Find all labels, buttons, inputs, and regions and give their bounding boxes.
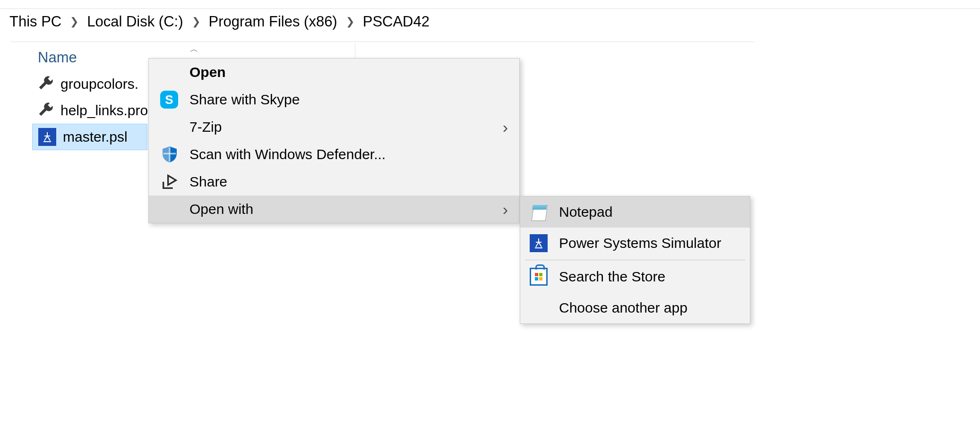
defender-shield-icon bbox=[160, 145, 183, 164]
file-name: help_links.pro bbox=[60, 102, 148, 119]
sort-ascending-icon[interactable]: ︿ bbox=[190, 43, 198, 55]
breadcrumb-item[interactable]: This PC bbox=[9, 13, 61, 30]
store-icon bbox=[530, 268, 552, 286]
submenu-label: Notepad bbox=[559, 204, 612, 220]
wrench-icon bbox=[38, 101, 54, 120]
menu-open-with[interactable]: Open with › bbox=[149, 195, 519, 223]
menu-label: Scan with Windows Defender... bbox=[189, 146, 386, 162]
header-divider bbox=[10, 42, 754, 42]
menu-label: Share bbox=[189, 174, 227, 190]
submenu-power-systems-simulator[interactable]: Power Systems Simulator bbox=[520, 228, 750, 259]
submenu-label: Power Systems Simulator bbox=[559, 235, 721, 251]
wrench-icon bbox=[38, 75, 54, 94]
psl-file-icon bbox=[38, 128, 56, 146]
breadcrumb-item[interactable]: Program Files (x86) bbox=[209, 13, 337, 30]
psl-file-icon bbox=[530, 234, 552, 252]
context-menu: Open S Share with Skype 7-Zip › Scan wit… bbox=[148, 58, 520, 223]
menu-label: Share with Skype bbox=[189, 92, 300, 108]
skype-icon: S bbox=[160, 91, 183, 109]
submenu-notepad[interactable]: Notepad bbox=[520, 196, 750, 228]
menu-share[interactable]: Share bbox=[149, 168, 519, 195]
menu-label: 7-Zip bbox=[189, 119, 222, 135]
menu-7zip[interactable]: 7-Zip › bbox=[149, 113, 519, 141]
open-with-submenu: Notepad Power Systems Simulator Search t… bbox=[520, 196, 750, 324]
chevron-right-icon[interactable]: ❯ bbox=[192, 16, 200, 28]
chevron-right-icon[interactable]: ❯ bbox=[70, 16, 78, 28]
chevron-right-icon[interactable]: ❯ bbox=[346, 16, 354, 28]
submenu-choose-another-app[interactable]: Choose another app bbox=[520, 292, 750, 323]
menu-defender[interactable]: Scan with Windows Defender... bbox=[149, 141, 519, 168]
submenu-search-store[interactable]: Search the Store bbox=[520, 261, 750, 292]
breadcrumb: This PC ❯ Local Disk (C:) ❯ Program File… bbox=[9, 13, 430, 30]
breadcrumb-item[interactable]: Local Disk (C:) bbox=[87, 13, 183, 30]
menu-open[interactable]: Open bbox=[149, 59, 519, 86]
file-name: groupcolors. bbox=[60, 76, 138, 92]
top-divider bbox=[0, 8, 980, 9]
menu-label: Open bbox=[189, 64, 226, 80]
svg-rect-1 bbox=[163, 153, 176, 154]
chevron-right-icon: › bbox=[503, 118, 508, 136]
breadcrumb-item[interactable]: PSCAD42 bbox=[363, 13, 430, 30]
menu-share-skype[interactable]: S Share with Skype bbox=[149, 86, 519, 113]
notepad-icon bbox=[530, 203, 552, 221]
menu-label: Open with bbox=[189, 201, 253, 217]
file-name: master.psl bbox=[63, 129, 128, 145]
submenu-label: Search the Store bbox=[559, 269, 665, 285]
share-icon bbox=[160, 172, 183, 191]
column-header-name[interactable]: Name bbox=[38, 49, 77, 66]
chevron-right-icon: › bbox=[503, 200, 508, 219]
submenu-divider bbox=[525, 260, 745, 260]
submenu-label: Choose another app bbox=[559, 300, 688, 316]
file-row-selected[interactable]: master.psl bbox=[32, 124, 147, 150]
